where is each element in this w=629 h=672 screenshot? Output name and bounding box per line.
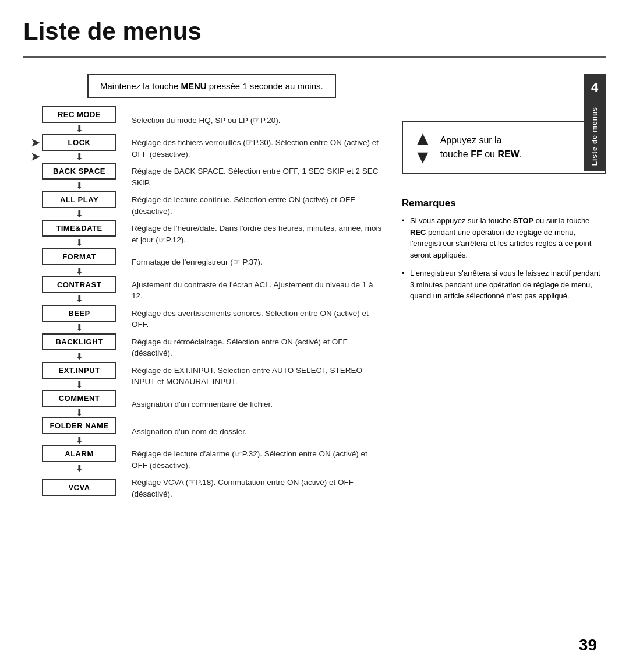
menu-row-inner-1: LOCK⬆Réglage des fichiers verrouillés (☞… xyxy=(38,133,384,162)
flow-diagram: ➤ ➤ REC MODE⬆Sélection du mode HQ, SP ou… xyxy=(23,106,384,502)
top-rule xyxy=(23,56,606,58)
menu-desc-1: Réglage des fichiers verrouillés (☞P.30)… xyxy=(120,133,384,162)
ff-rew-icon: ▲ ▼ xyxy=(414,129,432,166)
menu-row-inner-7: BEEP⬆Réglage des avertissements sonores.… xyxy=(38,304,384,333)
remarque-item-0: Si vous appuyez sur la touche STOP ou su… xyxy=(402,215,606,261)
instruction-wrapper: Maintenez la touche MENU pressée 1 secon… xyxy=(52,74,384,103)
arrow-down-5: ⬆ xyxy=(76,266,83,275)
menu-rows: REC MODE⬆Sélection du mode HQ, SP ou LP … xyxy=(38,106,384,502)
arrow-down-0: ⬆ xyxy=(76,124,83,133)
arrow-down-10: ⬆ xyxy=(76,407,83,417)
instruction-text: Maintenez la touche MENU pressée 1 secon… xyxy=(100,81,323,91)
menu-box-all-play: ALL PLAY xyxy=(42,191,116,208)
arrow-down-6: ⬆ xyxy=(76,294,83,303)
menu-desc-12: Réglage de lecture d'alarme (☞P.32). Sél… xyxy=(120,445,384,473)
menu-desc-6: Ajustement du contraste de l'écran ACL. … xyxy=(120,276,384,304)
menu-row-inner-13: VCVARéglage VCVA (☞P.18). Commutation en… xyxy=(38,473,384,502)
top-right-arrow: ➤ xyxy=(31,136,40,149)
side-tab-number: 4 xyxy=(591,80,598,95)
menu-item-2: BACK SPACE⬆Réglage de BACK SPACE. Sélect… xyxy=(38,162,384,191)
remarques-list: Si vous appuyez sur la touche STOP ou su… xyxy=(402,215,606,302)
menu-row-inner-8: BACKLIGHT⬆Réglage du rétroéclairage. Sél… xyxy=(38,333,384,361)
menu-desc-10: Assignation d'un commentaire de fichier. xyxy=(120,395,273,413)
menu-desc-3: Réglage de lecture continue. Sélection e… xyxy=(120,191,384,219)
menu-box-ext.input: EXT.INPUT xyxy=(42,362,116,379)
menu-item-5: FORMAT⬆Formatage de l'enregistreur (☞ P.… xyxy=(38,248,384,276)
instruction-box: Maintenez la touche MENU pressée 1 secon… xyxy=(87,74,336,98)
arrow-down-2: ⬆ xyxy=(76,180,83,189)
menu-item-4: TIME&DATE⬆Réglage de l'heure/date. Dans … xyxy=(38,219,384,248)
menu-item-11: FOLDER NAME⬆Assignation d'un nom de doss… xyxy=(38,417,384,445)
arrow-down-8: ⬆ xyxy=(76,351,83,360)
menu-row-inner-12: ALARM⬆Réglage de lecture d'alarme (☞P.32… xyxy=(38,445,384,473)
page-container: Liste de menus Maintenez la touche MENU … xyxy=(0,0,629,672)
menu-desc-7: Réglage des avertissements sonores. Séle… xyxy=(120,304,384,333)
remarque-item-1: L'enregistreur s'arrêtera si vous le lai… xyxy=(402,268,606,302)
menu-box-beep: BEEP xyxy=(42,305,116,322)
arrow-down-3: ⬆ xyxy=(76,209,83,218)
menu-items: REC MODE⬆Sélection du mode HQ, SP ou LP … xyxy=(38,106,384,502)
remarques-title: Remarques xyxy=(402,198,606,209)
menu-desc-0: Sélection du mode HQ, SP ou LP (☞P.20). xyxy=(120,111,280,129)
arrow-down-7: ⬆ xyxy=(76,322,83,332)
arrow-down-4: ⬆ xyxy=(76,237,83,247)
menu-desc-13: Réglage VCVA (☞P.18). Commutation entre … xyxy=(120,473,384,502)
menu-desc-2: Réglage de BACK SPACE. Sélection entre O… xyxy=(120,162,384,191)
ff-rew-box: ▲ ▼ Appuyez sur la touche FF ou REW. xyxy=(402,121,606,174)
menu-box-folder-name: FOLDER NAME xyxy=(42,417,116,434)
menu-item-10: COMMENT⬆Assignation d'un commentaire de … xyxy=(38,390,384,417)
menu-box-lock: LOCK xyxy=(42,134,116,151)
menu-box-format: FORMAT xyxy=(42,248,116,265)
menu-row-inner-3: ALL PLAY⬆Réglage de lecture continue. Sé… xyxy=(38,191,384,219)
menu-item-8: BACKLIGHT⬆Réglage du rétroéclairage. Sél… xyxy=(38,333,384,361)
menu-item-12: ALARM⬆Réglage de lecture d'alarme (☞P.32… xyxy=(38,445,384,473)
menu-row-inner-6: CONTRAST⬆Ajustement du contraste de l'éc… xyxy=(38,276,384,304)
menu-item-1: LOCK⬆Réglage des fichiers verrouillés (☞… xyxy=(38,133,384,162)
menu-box-alarm: ALARM xyxy=(42,445,116,462)
menu-item-9: EXT.INPUT⬆Réglage de EXT.INPUT. Sélectio… xyxy=(38,361,384,390)
menu-row-inner-9: EXT.INPUT⬆Réglage de EXT.INPUT. Sélectio… xyxy=(38,361,384,390)
menu-box-rec-mode: REC MODE xyxy=(42,106,116,123)
side-tab: 4 Liste de menus xyxy=(584,74,606,171)
page-title: Liste de menus xyxy=(23,17,606,45)
menu-desc-8: Réglage du rétroéclairage. Sélection ent… xyxy=(120,333,384,361)
menu-desc-11: Assignation d'un nom de dossier. xyxy=(120,423,247,440)
main-content: Maintenez la touche MENU pressée 1 secon… xyxy=(23,74,606,502)
page-number: 39 xyxy=(579,636,597,655)
menu-row-inner-4: TIME&DATE⬆Réglage de l'heure/date. Dans … xyxy=(38,219,384,248)
menu-box-time&date: TIME&DATE xyxy=(42,220,116,237)
side-tab-text: Liste de menus xyxy=(591,107,599,166)
menu-row-inner-5: FORMAT⬆Formatage de l'enregistreur (☞ P.… xyxy=(38,248,263,276)
menu-desc-5: Formatage de l'enregistreur (☞ P.37). xyxy=(120,253,263,270)
right-col: ▲ ▼ Appuyez sur la touche FF ou REW. Rem… xyxy=(384,74,606,502)
menu-item-6: CONTRAST⬆Ajustement du contraste de l'éc… xyxy=(38,276,384,304)
menu-desc-9: Réglage de EXT.INPUT. Sélection entre AU… xyxy=(120,361,384,390)
arrow-down-9: ⬆ xyxy=(76,379,83,389)
menu-box-contrast: CONTRAST xyxy=(42,276,116,293)
arrow-down-1: ⬆ xyxy=(76,152,83,161)
menu-box-comment: COMMENT xyxy=(42,390,116,407)
menu-box-back-space: BACK SPACE xyxy=(42,163,116,180)
left-col: Maintenez la touche MENU pressée 1 secon… xyxy=(23,74,384,502)
ff-rew-text: Appuyez sur la touche FF ou REW. xyxy=(440,133,522,161)
remarques-section: Remarques Si vous appuyez sur la touche … xyxy=(402,198,606,309)
arrow-down-11: ⬆ xyxy=(76,435,83,444)
menu-item-0: REC MODE⬆Sélection du mode HQ, SP ou LP … xyxy=(38,106,384,133)
arrow-down-12: ⬆ xyxy=(76,463,83,472)
menu-desc-4: Réglage de l'heure/date. Dans l'ordre de… xyxy=(120,219,384,248)
menu-row-inner-10: COMMENT⬆Assignation d'un commentaire de … xyxy=(38,390,273,417)
menu-row-inner-2: BACK SPACE⬆Réglage de BACK SPACE. Sélect… xyxy=(38,162,384,191)
menu-item-13: VCVARéglage VCVA (☞P.18). Commutation en… xyxy=(38,473,384,502)
menu-item-7: BEEP⬆Réglage des avertissements sonores.… xyxy=(38,304,384,333)
vertical-flow-line: ➤ ➤ xyxy=(23,106,38,169)
bottom-right-arrow: ➤ xyxy=(31,150,40,163)
menu-box-backlight: BACKLIGHT xyxy=(42,333,116,350)
menu-row-inner-0: REC MODE⬆Sélection du mode HQ, SP ou LP … xyxy=(38,106,280,133)
menu-box-vcva: VCVA xyxy=(42,479,116,496)
menu-item-3: ALL PLAY⬆Réglage de lecture continue. Sé… xyxy=(38,191,384,219)
menu-row-inner-11: FOLDER NAME⬆Assignation d'un nom de doss… xyxy=(38,417,247,445)
